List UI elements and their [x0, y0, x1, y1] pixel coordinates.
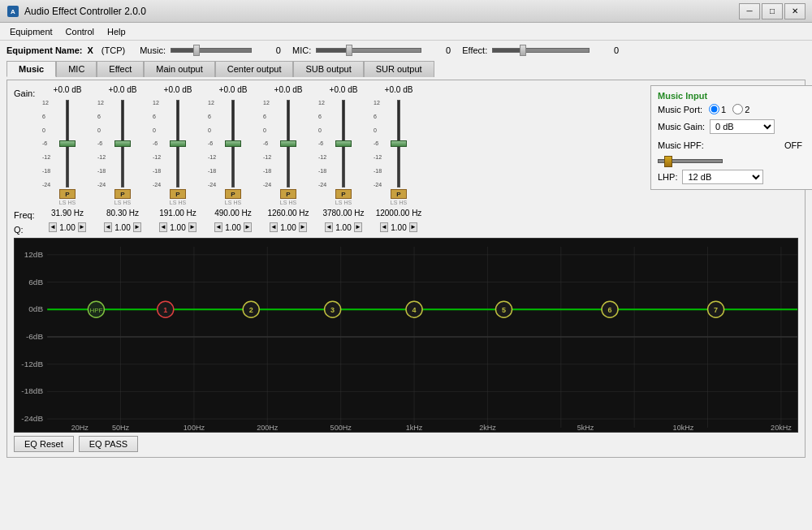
lhp-label: LHP:	[658, 172, 677, 182]
menu-control[interactable]: Control	[59, 25, 101, 38]
p-button-6[interactable]: P	[391, 189, 407, 199]
eq-pass-button[interactable]: EQ PASS	[79, 436, 138, 452]
fader-wrap-2[interactable]: 12 6 0 -6 -12 -18 -24	[164, 100, 192, 187]
effect-value: 0	[594, 45, 619, 55]
svg-text:4: 4	[412, 306, 417, 314]
q-up-1[interactable]: ►	[133, 222, 141, 232]
q-up-0[interactable]: ►	[78, 222, 86, 232]
effect-slider-container[interactable]	[492, 48, 590, 53]
q-control-1[interactable]: ◄ 1.00 ►	[104, 222, 141, 232]
q-down-2[interactable]: ◄	[159, 222, 167, 232]
maximize-button[interactable]: □	[762, 3, 783, 19]
mic-slider[interactable]	[316, 48, 421, 53]
p-button-5[interactable]: P	[335, 189, 352, 199]
music-label: Music:	[140, 45, 166, 55]
music-input-panel: Music Input Music Port: 1 2	[650, 85, 812, 190]
q-down-6[interactable]: ◄	[380, 222, 388, 232]
q-up-2[interactable]: ►	[188, 222, 197, 232]
menu-equipment[interactable]: Equipment	[3, 25, 59, 38]
music-port-radio-group[interactable]: 1 2	[709, 104, 749, 114]
tab-music[interactable]: Music	[6, 61, 56, 77]
port-option-1[interactable]: 1	[709, 104, 726, 114]
lhp-row: LHP: 12 dB 6 dB 18 dB 24 dB	[658, 170, 806, 184]
port-option-2[interactable]: 2	[732, 104, 749, 114]
fader-handle-4[interactable]	[280, 140, 296, 147]
svg-text:200Hz: 200Hz	[257, 424, 279, 432]
band-tags-2: LSHS	[170, 200, 186, 205]
q-down-3[interactable]: ◄	[214, 222, 222, 232]
q-down-4[interactable]: ◄	[270, 222, 278, 232]
title-bar: A Audio Effect Controller 2.0.0 ─ □ ✕	[0, 0, 812, 23]
fader-handle-6[interactable]	[391, 140, 407, 147]
fader-wrap-5[interactable]: 12 6 0 -6 -12 -18 -24	[330, 100, 357, 187]
music-gain-row: Music Gain: 0 dB -6 dB -12 dB 6 dB	[658, 119, 806, 134]
main-content: Equipment Name: X (TCP) Music: 0 MIC: 0 …	[0, 41, 812, 530]
hpf-slider[interactable]	[658, 159, 723, 163]
tab-center-output[interactable]: Center output	[215, 61, 294, 77]
fader-handle-5[interactable]	[335, 140, 352, 147]
q-up-5[interactable]: ►	[354, 222, 362, 232]
tab-effect[interactable]: Effect	[97, 61, 144, 77]
port-radio-1[interactable]	[709, 104, 719, 114]
svg-text:6: 6	[608, 306, 612, 314]
q-control-6[interactable]: ◄ 1.00 ►	[380, 222, 417, 232]
svg-text:20kHz: 20kHz	[771, 424, 792, 432]
p-button-4[interactable]: P	[280, 189, 296, 199]
tab-sur-output[interactable]: SUR output	[364, 61, 434, 77]
q-control-5[interactable]: ◄ 1.00 ►	[325, 222, 362, 232]
hpf-value: OFF	[784, 140, 802, 150]
music-slider[interactable]	[171, 48, 252, 53]
fader-handle-0[interactable]	[59, 140, 76, 147]
freq-row: Freq: 31.90 Hz 80.30 Hz 191.00 Hz 490.00…	[14, 207, 637, 220]
fader-wrap-6[interactable]: 12 6 0 -6 -12 -18 -24	[385, 100, 412, 187]
equipment-row: Equipment Name: X (TCP) Music: 0 MIC: 0 …	[6, 45, 806, 55]
tab-mic[interactable]: MIC	[56, 61, 97, 77]
fader-wrap-0[interactable]: 12 6 0 -6 -12 -18 -24	[54, 100, 81, 187]
q-control-0[interactable]: ◄ 1.00 ►	[49, 222, 86, 232]
port-radio-2[interactable]	[732, 104, 743, 114]
q-down-1[interactable]: ◄	[104, 222, 112, 232]
fader-wrap-1[interactable]: 12 6 0 -6 -12 -18 -24	[109, 100, 136, 187]
fader-wrap-4[interactable]: 12 6 0 -6 -12 -18 -24	[274, 100, 302, 187]
q-up-4[interactable]: ►	[299, 222, 307, 232]
lhp-select[interactable]: 12 dB 6 dB 18 dB 24 dB	[682, 170, 763, 184]
eq-reset-button[interactable]: EQ Reset	[14, 436, 74, 452]
svg-text:5kHz: 5kHz	[577, 424, 594, 432]
svg-text:10kHz: 10kHz	[673, 424, 694, 432]
close-button[interactable]: ✕	[784, 3, 806, 19]
band-gain-5: +0.0 dB	[316, 85, 371, 96]
minimize-button[interactable]: ─	[739, 3, 760, 19]
gain-row: Gain: +0.0 dB +0.0 dB +0.0 dB +0.0 dB +0…	[14, 85, 637, 98]
effect-slider[interactable]	[492, 48, 590, 53]
q-control-2[interactable]: ◄ 1.00 ►	[159, 222, 197, 232]
tab-sub-output[interactable]: SUB output	[293, 61, 363, 77]
fader-handle-2[interactable]	[170, 140, 186, 147]
band-gain-0: +0.0 dB	[40, 85, 95, 96]
tab-main-output[interactable]: Main output	[144, 61, 214, 77]
p-button-3[interactable]: P	[225, 189, 241, 199]
q-up-3[interactable]: ►	[244, 222, 252, 232]
p-button-0[interactable]: P	[59, 189, 76, 199]
p-button-1[interactable]: P	[114, 189, 131, 199]
q-control-4[interactable]: ◄ 1.00 ►	[270, 222, 307, 232]
svg-text:-24dB: -24dB	[21, 414, 43, 423]
q-down-5[interactable]: ◄	[325, 222, 333, 232]
tabs-row: Music MIC Effect Main output Center outp…	[6, 60, 806, 76]
faders-row: 12 6 0 -6 -12 -18 -24	[14, 100, 637, 205]
q-down-0[interactable]: ◄	[49, 222, 57, 232]
mic-slider-container[interactable]	[316, 48, 421, 53]
mic-label: MIC:	[292, 45, 311, 55]
p-button-2[interactable]: P	[170, 189, 186, 199]
q-up-6[interactable]: ►	[409, 222, 417, 232]
svg-text:5: 5	[502, 306, 506, 314]
music-slider-container[interactable]	[171, 48, 252, 53]
fader-handle-1[interactable]	[114, 140, 131, 147]
fader-handle-3[interactable]	[225, 140, 241, 147]
svg-text:3: 3	[330, 306, 335, 314]
menu-help[interactable]: Help	[101, 25, 132, 38]
content-wrapper: Gain: +0.0 dB +0.0 dB +0.0 dB +0.0 dB +0…	[14, 85, 798, 235]
music-gain-select[interactable]: 0 dB -6 dB -12 dB 6 dB	[710, 119, 775, 134]
fader-wrap-3[interactable]: 12 6 0 -6 -12 -18 -24	[219, 100, 247, 187]
q-control-3[interactable]: ◄ 1.00 ►	[214, 222, 252, 232]
mic-value: 0	[426, 45, 451, 55]
